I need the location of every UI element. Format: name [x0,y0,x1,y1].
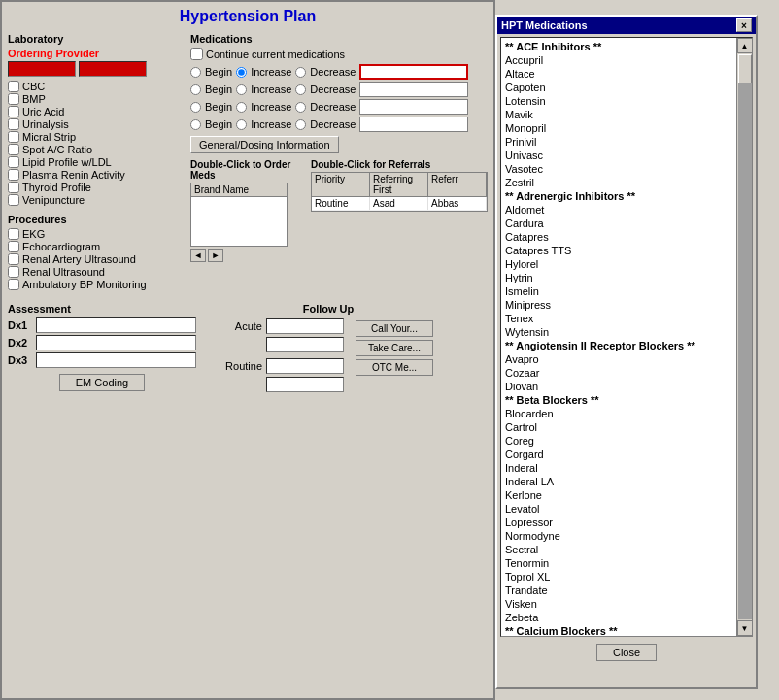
hpt-list-item[interactable]: Cozaar [501,366,736,380]
dx2-field[interactable] [36,335,196,350]
hpt-list-item[interactable]: ** Calcium Blockers ** [501,624,736,636]
brand-nav-right-btn[interactable]: ► [208,249,223,262]
hpt-list-item[interactable]: Prinivil [501,135,736,149]
med3-text-field[interactable] [359,99,468,115]
proc-renal-artery-checkbox[interactable] [8,253,19,265]
med1-begin-radio[interactable] [190,67,201,78]
lab-plasma-renin-checkbox[interactable] [8,169,19,181]
hpt-list-item[interactable]: ** Angiotensin II Receptor Blockers ** [501,339,736,352]
hpt-list-item[interactable]: Inderal LA [501,475,736,488]
hpt-list-item[interactable]: ** Beta Blockers ** [501,393,736,407]
hpt-list-item[interactable]: Tenex [501,312,736,325]
provider-field-1[interactable] [8,61,76,77]
lab-bmp-checkbox[interactable] [8,93,19,105]
hpt-list-item[interactable]: Avapro [501,352,736,366]
lab-venipuncture-checkbox[interactable] [8,194,19,206]
med3-increase-radio[interactable] [236,102,247,113]
hpt-list-item[interactable]: Altace [501,67,736,81]
call-your-button[interactable]: Call Your... [356,320,433,337]
proc-echo-checkbox[interactable] [8,241,19,252]
hpt-list-item[interactable]: Zebeta [501,611,736,624]
hpt-list-item[interactable]: Aldomet [501,203,736,217]
proc-renal-us-checkbox[interactable] [8,266,19,278]
general-dosing-button[interactable]: General/Dosing Information [190,136,339,153]
lab-spot-ratio-checkbox[interactable] [8,144,19,155]
med3-begin-radio[interactable] [190,102,201,113]
hpt-list-item[interactable]: Mavik [501,108,736,121]
med2-decrease-radio[interactable] [295,84,306,95]
provider-field-2[interactable] [79,61,147,77]
hpt-list-item[interactable]: Normodyne [501,529,736,543]
med1-increase-radio[interactable] [236,67,247,78]
med4-increase-radio[interactable] [236,119,247,130]
hpt-list-item[interactable]: Visken [501,597,736,611]
proc-ambulatory-checkbox[interactable] [8,279,19,290]
med3-decrease-radio[interactable] [295,102,306,113]
continue-medications-checkbox[interactable] [190,48,203,60]
dx3-field[interactable] [36,352,196,368]
brand-nav-left-btn[interactable]: ◄ [190,249,206,262]
hpt-list-item[interactable]: Vasotec [501,162,736,176]
hpt-list-item[interactable]: Lotensin [501,94,736,108]
hpt-list-item[interactable]: Capoten [501,81,736,94]
em-coding-button[interactable]: EM Coding [59,374,145,391]
med2-increase-radio[interactable] [236,84,247,95]
hpt-list-item[interactable]: Hylorel [501,257,736,271]
hpt-list-item[interactable]: Catapres TTS [501,244,736,257]
take-care-button[interactable]: Take Care... [356,340,433,356]
hpt-list-item[interactable]: Kerlone [501,488,736,502]
hpt-list-item[interactable]: Sectral [501,543,736,556]
hpt-list-item[interactable]: Diovan [501,380,736,393]
proc-ekg-checkbox[interactable] [8,228,19,240]
hpt-list-item[interactable]: ** ACE Inhibitors ** [501,40,736,53]
hpt-list-item[interactable]: Minipress [501,298,736,312]
lab-lipid-profile-checkbox[interactable] [8,156,19,168]
hpt-close-button[interactable]: × [736,18,752,32]
lab-thyroid-profile-checkbox[interactable] [8,182,19,193]
hpt-list-item[interactable]: Catapres [501,230,736,244]
acute-sub-field[interactable] [266,337,344,352]
hpt-list-item[interactable]: Ismelin [501,284,736,298]
med4-decrease-radio[interactable] [295,119,306,130]
med4-text-field[interactable] [359,117,468,132]
otc-button[interactable]: OTC Me... [356,359,433,376]
hpt-list-item[interactable]: Inderal [501,461,736,475]
hpt-list-item[interactable]: Lopressor [501,516,736,529]
med2-text-field[interactable] [359,82,468,97]
acute-field[interactable] [266,318,344,334]
lab-micral-strip-checkbox[interactable] [8,131,19,143]
hpt-list-item[interactable]: Tenormin [501,556,736,570]
lab-cbc-checkbox[interactable] [8,81,19,92]
hpt-list-item[interactable]: Wytensin [501,325,736,339]
hpt-scroll-track[interactable] [738,54,752,619]
referral-row-1[interactable]: Routine Asad Abbas [312,197,487,211]
hpt-list-item[interactable]: Monopril [501,121,736,135]
med1-decrease-radio[interactable] [295,67,306,78]
routine-sub-field[interactable] [266,377,344,392]
hpt-list-item[interactable]: Toprol XL [501,570,736,583]
med2-begin-radio[interactable] [190,84,201,95]
hpt-list-item[interactable]: Blocarden [501,407,736,420]
hpt-list-item[interactable]: Levatol [501,502,736,516]
hpt-list-item[interactable]: Coreg [501,434,736,448]
med1-text-field[interactable] [359,64,468,80]
med4-begin-radio[interactable] [190,119,201,130]
hpt-list-item[interactable]: ** Adrenergic Inhibitors ** [501,189,736,203]
hpt-list-item[interactable]: Univasc [501,149,736,162]
hpt-list-item[interactable]: Cardura [501,217,736,230]
hpt-scroll-up-btn[interactable]: ▲ [737,38,753,53]
hpt-list-item[interactable]: Zestril [501,176,736,189]
routine-field[interactable] [266,358,344,374]
hpt-list-item[interactable]: Accupril [501,53,736,67]
brand-name-body[interactable] [191,197,287,246]
lab-urinalysis-checkbox[interactable] [8,118,19,130]
hpt-list-item[interactable]: Cartrol [501,420,736,434]
dx1-field[interactable] [36,317,196,333]
hpt-list-item[interactable]: Corgard [501,448,736,461]
hpt-list[interactable]: ** ACE Inhibitors **AccuprilAltaceCapote… [501,38,736,636]
lab-uric-acid-checkbox[interactable] [8,106,19,117]
hpt-close-main-button[interactable]: Close [596,644,657,661]
hpt-scroll-down-btn[interactable]: ▼ [737,620,753,636]
hpt-list-item[interactable]: Trandate [501,583,736,597]
hpt-list-item[interactable]: Hytrin [501,271,736,284]
